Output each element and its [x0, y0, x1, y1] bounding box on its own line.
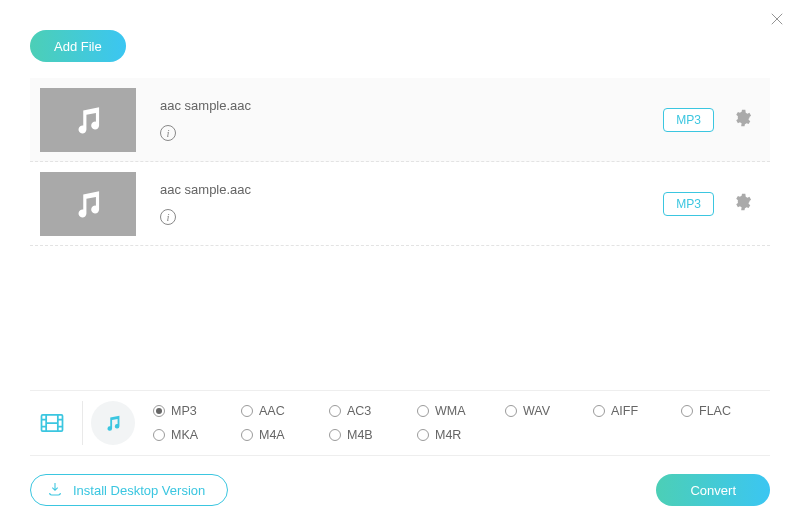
format-label: AIFF [611, 404, 638, 418]
file-name: aac sample.aac [160, 182, 663, 197]
info-icon[interactable]: i [160, 125, 176, 141]
format-option-mp3[interactable]: MP3 [153, 404, 241, 418]
format-label: WAV [523, 404, 550, 418]
radio-icon [329, 405, 341, 417]
install-desktop-button[interactable]: Install Desktop Version [30, 474, 228, 506]
download-icon [47, 481, 63, 500]
format-options: MP3AACAC3WMAWAVAIFFFLAC MKAM4AM4BM4R [153, 404, 769, 442]
audio-category-icon[interactable] [91, 401, 135, 445]
radio-icon [417, 405, 429, 417]
format-label: AC3 [347, 404, 371, 418]
format-option-flac[interactable]: FLAC [681, 404, 769, 418]
format-option-aiff[interactable]: AIFF [593, 404, 681, 418]
category-separator [82, 401, 83, 445]
format-label: M4A [259, 428, 285, 442]
file-list: aac sample.aac i MP3 aac sample.aac i MP… [30, 78, 770, 246]
add-file-button[interactable]: Add File [30, 30, 126, 62]
audio-thumbnail-icon [40, 172, 136, 236]
file-row[interactable]: aac sample.aac i MP3 [30, 78, 770, 162]
radio-icon [153, 429, 165, 441]
convert-button[interactable]: Convert [656, 474, 770, 506]
format-label: MKA [171, 428, 198, 442]
format-option-wma[interactable]: WMA [417, 404, 505, 418]
format-bar: MP3AACAC3WMAWAVAIFFFLAC MKAM4AM4BM4R [30, 390, 770, 456]
format-option-wav[interactable]: WAV [505, 404, 593, 418]
format-option-aac[interactable]: AAC [241, 404, 329, 418]
install-desktop-label: Install Desktop Version [73, 483, 205, 498]
format-option-m4r[interactable]: M4R [417, 428, 505, 442]
format-option-m4b[interactable]: M4B [329, 428, 417, 442]
radio-icon [505, 405, 517, 417]
radio-icon [241, 429, 253, 441]
radio-icon [329, 429, 341, 441]
radio-icon [241, 405, 253, 417]
format-label: FLAC [699, 404, 731, 418]
format-option-m4a[interactable]: M4A [241, 428, 329, 442]
radio-icon [681, 405, 693, 417]
format-label: AAC [259, 404, 285, 418]
radio-icon [593, 405, 605, 417]
audio-thumbnail-icon [40, 88, 136, 152]
info-icon[interactable]: i [160, 209, 176, 225]
file-name: aac sample.aac [160, 98, 663, 113]
format-option-mka[interactable]: MKA [153, 428, 241, 442]
format-label: MP3 [171, 404, 197, 418]
video-category-icon[interactable] [30, 409, 74, 437]
file-row[interactable]: aac sample.aac i MP3 [30, 162, 770, 246]
format-label: M4R [435, 428, 461, 442]
convert-label: Convert [690, 483, 736, 498]
output-format-badge[interactable]: MP3 [663, 108, 714, 132]
close-button[interactable] [768, 10, 786, 31]
gear-icon[interactable] [732, 108, 752, 131]
format-label: M4B [347, 428, 373, 442]
format-label: WMA [435, 404, 466, 418]
radio-icon [417, 429, 429, 441]
gear-icon[interactable] [732, 192, 752, 215]
format-option-ac3[interactable]: AC3 [329, 404, 417, 418]
radio-icon [153, 405, 165, 417]
output-format-badge[interactable]: MP3 [663, 192, 714, 216]
add-file-label: Add File [54, 39, 102, 54]
